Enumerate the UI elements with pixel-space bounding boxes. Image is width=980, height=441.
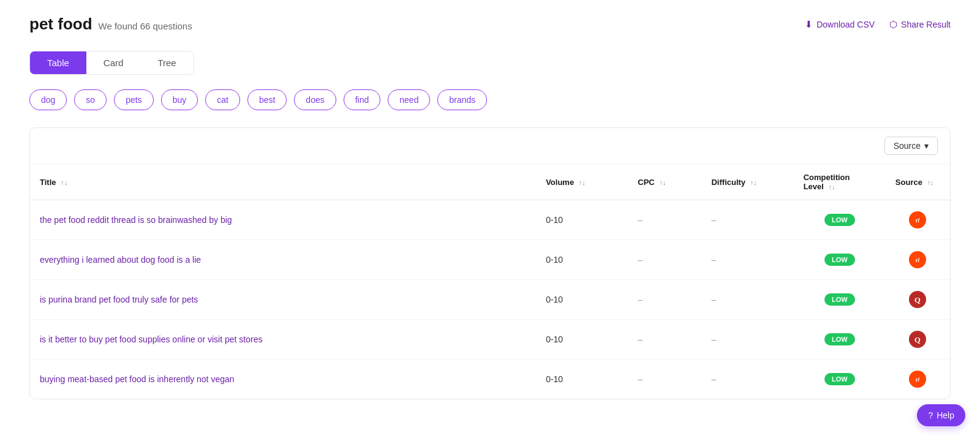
table-container: Source ▾ Title ↑↓ Volume ↑↓ CPC ↑↓ xyxy=(29,127,951,399)
filter-pill-brands[interactable]: brands xyxy=(437,89,487,110)
filter-pill-buy[interactable]: buy xyxy=(161,89,198,110)
help-icon: ? xyxy=(928,410,933,414)
source-dropdown-label: Source xyxy=(894,141,921,151)
filter-pill-find[interactable]: find xyxy=(344,89,381,110)
header-left: pet food We found 66 questions xyxy=(29,15,192,34)
cell-difficulty-0: – xyxy=(701,200,793,240)
cell-competition-3: LOW xyxy=(794,320,886,360)
table-header-row: Title ↑↓ Volume ↑↓ CPC ↑↓ Difficulty ↑↓ … xyxy=(30,164,950,200)
sort-icon-cpc: ↑↓ xyxy=(659,179,666,186)
svg-text:r/: r/ xyxy=(916,217,920,224)
cell-volume-4: 0-10 xyxy=(536,360,628,399)
tab-card[interactable]: Card xyxy=(86,51,141,74)
page-wrapper: pet food We found 66 questions Download … xyxy=(0,0,980,414)
cell-difficulty-2: – xyxy=(701,280,793,320)
cell-source-4: r/ xyxy=(886,360,950,399)
filter-pill-pets[interactable]: pets xyxy=(114,89,153,110)
competition-badge-4: LOW xyxy=(824,373,855,385)
col-header-title[interactable]: Title ↑↓ xyxy=(30,164,536,200)
table-row: the pet food reddit thread is so brainwa… xyxy=(30,200,950,240)
filter-pill-so[interactable]: so xyxy=(74,89,107,110)
table-row: is it better to buy pet food supplies on… xyxy=(30,320,950,360)
competition-badge-3: LOW xyxy=(824,333,855,345)
col-header-volume[interactable]: Volume ↑↓ xyxy=(536,164,628,200)
svg-text:Q: Q xyxy=(915,336,921,344)
table-row: buying meat-based pet food is inherently… xyxy=(30,360,950,399)
quora-icon-3: Q xyxy=(909,331,926,348)
cell-source-0: r/ xyxy=(886,200,950,240)
cell-cpc-3: – xyxy=(628,320,701,360)
share-result-button[interactable]: Share Result xyxy=(889,19,951,30)
cell-source-1: r/ xyxy=(886,240,950,280)
search-term: pet food xyxy=(29,15,92,34)
sort-icon-competition: ↑↓ xyxy=(829,183,835,190)
competition-badge-2: LOW xyxy=(824,293,855,306)
sort-icon-title: ↑↓ xyxy=(61,179,67,186)
filter-pill-cat[interactable]: cat xyxy=(205,89,240,110)
quora-icon-2: Q xyxy=(909,291,926,308)
cell-title-1[interactable]: everything i learned about dog food is a… xyxy=(30,240,536,280)
cell-difficulty-3: – xyxy=(701,320,793,360)
table-row: is purina brand pet food truly safe for … xyxy=(30,280,950,320)
cell-title-4[interactable]: buying meat-based pet food is inherently… xyxy=(30,360,536,399)
help-button[interactable]: ? Help xyxy=(917,404,965,414)
tab-tree[interactable]: Tree xyxy=(140,51,193,74)
competition-badge-0: LOW xyxy=(824,214,855,226)
header: pet food We found 66 questions Download … xyxy=(29,15,951,34)
cell-difficulty-4: – xyxy=(701,360,793,399)
cell-volume-2: 0-10 xyxy=(536,280,628,320)
table-body: the pet food reddit thread is so brainwa… xyxy=(30,200,950,399)
cell-competition-4: LOW xyxy=(794,360,886,399)
chevron-down-icon: ▾ xyxy=(924,141,929,151)
cell-source-3: Q xyxy=(886,320,950,360)
sort-icon-source: ↑↓ xyxy=(927,179,934,186)
cell-competition-0: LOW xyxy=(794,200,886,240)
col-header-competition[interactable]: CompetitionLevel ↑↓ xyxy=(794,164,886,200)
cell-difficulty-1: – xyxy=(701,240,793,280)
filter-pill-dog[interactable]: dog xyxy=(29,89,67,110)
tab-table[interactable]: Table xyxy=(30,51,86,74)
cell-title-2[interactable]: is purina brand pet food truly safe for … xyxy=(30,280,536,320)
cell-cpc-4: – xyxy=(628,360,701,399)
table-row: everything i learned about dog food is a… xyxy=(30,240,950,280)
cell-competition-1: LOW xyxy=(794,240,886,280)
sort-icon-difficulty: ↑↓ xyxy=(750,179,757,186)
svg-text:r/: r/ xyxy=(916,376,920,383)
filter-pill-best[interactable]: best xyxy=(247,89,287,110)
col-header-difficulty[interactable]: Difficulty ↑↓ xyxy=(701,164,793,200)
share-icon xyxy=(889,19,897,30)
download-label: Download CSV xyxy=(816,20,875,29)
cell-source-2: Q xyxy=(886,280,950,320)
svg-text:Q: Q xyxy=(915,296,921,304)
share-label: Share Result xyxy=(901,20,951,29)
svg-text:r/: r/ xyxy=(916,257,920,263)
cell-cpc-1: – xyxy=(628,240,701,280)
cell-volume-0: 0-10 xyxy=(536,200,628,240)
cell-volume-3: 0-10 xyxy=(536,320,628,360)
result-count: We found 66 questions xyxy=(99,21,192,31)
cell-title-0[interactable]: the pet food reddit thread is so brainwa… xyxy=(30,200,536,240)
sort-icon-volume: ↑↓ xyxy=(579,179,586,186)
header-actions: Download CSV Share Result xyxy=(805,19,951,30)
col-header-cpc[interactable]: CPC ↑↓ xyxy=(628,164,701,200)
table-toolbar: Source ▾ xyxy=(30,128,950,164)
filter-pill-does[interactable]: does xyxy=(294,89,336,110)
col-header-source[interactable]: Source ↑↓ xyxy=(886,164,950,200)
source-dropdown[interactable]: Source ▾ xyxy=(884,137,938,155)
download-icon xyxy=(805,19,813,30)
cell-competition-2: LOW xyxy=(794,280,886,320)
view-tabs: Table Card Tree xyxy=(29,51,194,75)
filter-pills: dogsopetsbuycatbestdoesfindneedbrands xyxy=(29,89,951,110)
cell-cpc-0: – xyxy=(628,200,701,240)
competition-badge-1: LOW xyxy=(824,254,855,266)
cell-cpc-2: – xyxy=(628,280,701,320)
help-label: Help xyxy=(937,410,954,414)
cell-volume-1: 0-10 xyxy=(536,240,628,280)
cell-title-3[interactable]: is it better to buy pet food supplies on… xyxy=(30,320,536,360)
reddit-icon-0: r/ xyxy=(909,211,926,228)
reddit-icon-1: r/ xyxy=(909,251,926,268)
filter-pill-need[interactable]: need xyxy=(388,89,430,110)
download-csv-button[interactable]: Download CSV xyxy=(805,19,875,30)
data-table: Title ↑↓ Volume ↑↓ CPC ↑↓ Difficulty ↑↓ … xyxy=(30,164,950,399)
reddit-icon-4: r/ xyxy=(909,371,926,388)
